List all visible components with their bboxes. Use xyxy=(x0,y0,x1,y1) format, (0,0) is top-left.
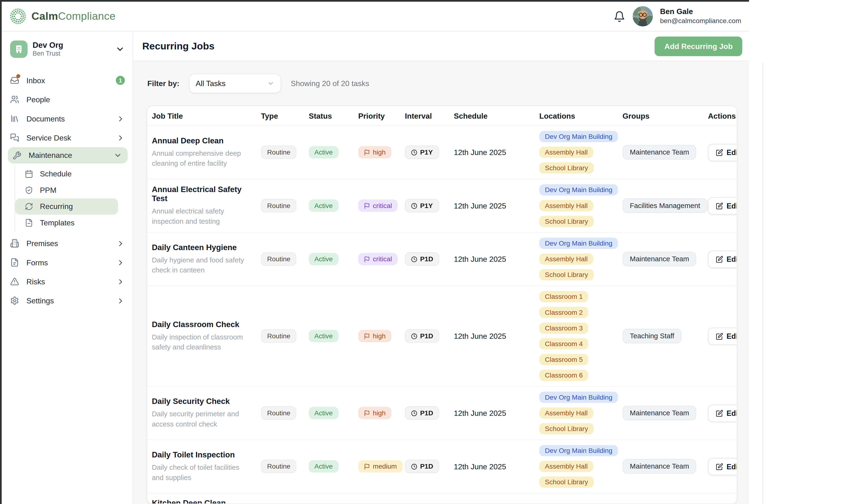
edit-button[interactable]: Edit xyxy=(708,144,737,161)
sidebar-item-label: Service Desk xyxy=(26,133,71,142)
column-header-type: Type xyxy=(256,112,304,120)
clock-icon xyxy=(411,410,417,416)
sidebar-item-label: Premises xyxy=(26,239,58,248)
locations-cell: Dev Org Main BuildingAssembly HallSchool… xyxy=(535,184,618,227)
locations-cell: Classroom 1Classroom 2Classroom 3Classro… xyxy=(535,291,618,381)
sidebar-item-settings[interactable]: Settings xyxy=(2,291,133,310)
job-title[interactable]: Daily Classroom Check xyxy=(152,320,256,329)
interval-badge-label: P1Y xyxy=(420,148,433,156)
location-chip-assembly-hall: Assembly Hall xyxy=(539,253,593,265)
scrollbar-track[interactable] xyxy=(763,63,763,504)
user-avatar[interactable] xyxy=(633,6,653,26)
brand-logo[interactable]: CalmCompliance xyxy=(8,7,115,26)
locations-cell: Dev Org Main BuildingAssembly HallSchool… xyxy=(535,131,618,174)
file-icon xyxy=(25,218,33,227)
priority-badge-label: critical xyxy=(373,255,392,263)
sidebar-item-ppm[interactable]: PPM xyxy=(15,182,133,198)
status-cell: Active xyxy=(304,146,354,159)
status-cell: Active xyxy=(304,199,354,212)
bell-icon[interactable] xyxy=(613,10,625,22)
locations-cell: Dev Org Main BuildingAssembly HallSchool… xyxy=(535,238,618,280)
schedule-cell: 12th June 2025 xyxy=(449,148,535,157)
edit-button[interactable]: Edit xyxy=(708,328,737,345)
flag-icon xyxy=(364,410,370,416)
group-badge: Maintenance Team xyxy=(623,252,697,266)
locations-cell: Dev Org Main BuildingAssembly HallSchool… xyxy=(535,445,618,488)
location-chip-dev-org-main-building: Dev Org Main Building xyxy=(539,184,618,195)
edit-button[interactable]: Edit xyxy=(708,404,737,422)
sidebar-item-premises[interactable]: Premises xyxy=(2,234,133,253)
table-row-daily-canteen-hygiene: Daily Canteen HygieneDaily hygiene and f… xyxy=(147,232,736,286)
table-row-daily-toilet-inspection: Daily Toilet InspectionDaily check of to… xyxy=(147,439,736,493)
sidebar-item-schedule[interactable]: Schedule xyxy=(15,166,133,182)
type-badge: Routine xyxy=(261,252,297,266)
user-info[interactable]: Ben Gale ben@calmcompliance.com xyxy=(660,7,741,25)
status-badge-label: Active xyxy=(314,202,333,210)
priority-cell: critical xyxy=(354,253,400,265)
sidebar-item-inbox[interactable]: Inbox1 xyxy=(2,71,133,90)
type-badge: Routine xyxy=(261,146,297,159)
job-title[interactable]: Annual Deep Clean xyxy=(152,136,256,145)
status-cell: Active xyxy=(304,460,354,473)
sidebar-item-label: Documents xyxy=(26,114,65,123)
sidebar-item-templates[interactable]: Templates xyxy=(15,215,133,231)
priority-badge: high xyxy=(358,146,391,159)
org-switcher[interactable]: Dev Org Ben Trust xyxy=(2,36,133,64)
type-badge-label: Routine xyxy=(267,409,290,417)
edit-button[interactable]: Edit xyxy=(708,250,737,268)
location-chip-classroom-3: Classroom 3 xyxy=(539,323,588,334)
job-title[interactable]: Daily Security Check xyxy=(152,397,256,405)
location-chip-classroom-4: Classroom 4 xyxy=(539,338,588,350)
sidebar-item-service-desk[interactable]: Service Desk xyxy=(2,128,133,147)
brand-name-light: Compliance xyxy=(58,10,115,22)
building-icon xyxy=(10,239,19,248)
type-badge-label: Routine xyxy=(267,462,290,470)
task-filter-select[interactable]: All Tasks xyxy=(189,74,281,93)
chat-icon xyxy=(10,133,19,142)
job-title-cell: Daily Classroom CheckDaily inspection of… xyxy=(147,320,256,353)
job-title-cell: Daily Security CheckDaily security perim… xyxy=(147,397,256,429)
type-cell: Routine xyxy=(256,252,304,266)
location-chip-school-library: School Library xyxy=(539,423,594,434)
edit-button[interactable]: Edit xyxy=(708,197,737,214)
interval-badge-label: P1D xyxy=(420,462,433,470)
table-row-daily-classroom-check: Daily Classroom CheckDaily inspection of… xyxy=(147,286,736,386)
sidebar-item-label: Risks xyxy=(26,277,45,286)
job-title[interactable]: Kitchen Deep Clean xyxy=(152,499,256,504)
edit-icon xyxy=(716,332,723,340)
sidebar-item-recurring[interactable]: Recurring xyxy=(15,198,118,215)
column-header-locations: Locations xyxy=(535,112,618,120)
group-badge: Facilities Management xyxy=(623,198,708,213)
groups-cell: Maintenance Team xyxy=(618,252,703,266)
location-chip-dev-org-main-building: Dev Org Main Building xyxy=(539,238,618,249)
type-badge-label: Routine xyxy=(267,255,290,263)
interval-cell: P1Y xyxy=(400,146,449,159)
status-cell: Active xyxy=(304,330,354,342)
status-cell: Active xyxy=(304,253,354,265)
group-badge: Maintenance Team xyxy=(623,406,697,420)
location-chip-assembly-hall: Assembly Hall xyxy=(539,461,593,472)
job-title[interactable]: Annual Electrical Safety Test xyxy=(152,185,256,203)
org-name: Dev Org xyxy=(33,41,63,50)
column-header-groups: Groups xyxy=(618,112,703,120)
type-badge: Routine xyxy=(261,329,297,343)
sidebar-item-forms[interactable]: Forms xyxy=(2,253,133,272)
sidebar-item-documents[interactable]: Documents xyxy=(2,109,133,128)
job-title[interactable]: Daily Toilet Inspection xyxy=(152,450,256,459)
add-recurring-job-button[interactable]: Add Recurring Job xyxy=(655,36,742,56)
refresh-icon xyxy=(25,202,33,211)
sidebar-item-people[interactable]: People xyxy=(2,90,133,109)
nav-right: 1 xyxy=(116,76,125,85)
job-title[interactable]: Daily Canteen Hygiene xyxy=(152,243,256,252)
job-title-cell: Kitchen Deep CleanWeekly deep cleaning o… xyxy=(147,499,256,504)
group-badge: Teaching Staff xyxy=(623,329,681,343)
alert-icon xyxy=(10,277,19,286)
sidebar-nav: Inbox1PeopleDocumentsService DeskMainten… xyxy=(2,71,133,310)
edit-button[interactable]: Edit xyxy=(708,458,737,475)
job-description: Annual electrical safety inspection and … xyxy=(152,206,247,227)
sidebar-item-maintenance[interactable]: Maintenance xyxy=(8,147,127,163)
location-chip-classroom-2: Classroom 2 xyxy=(539,307,588,318)
edit-button-label: Edit xyxy=(726,409,737,417)
sidebar-item-risks[interactable]: Risks xyxy=(2,272,133,291)
type-cell: Routine xyxy=(256,329,304,343)
